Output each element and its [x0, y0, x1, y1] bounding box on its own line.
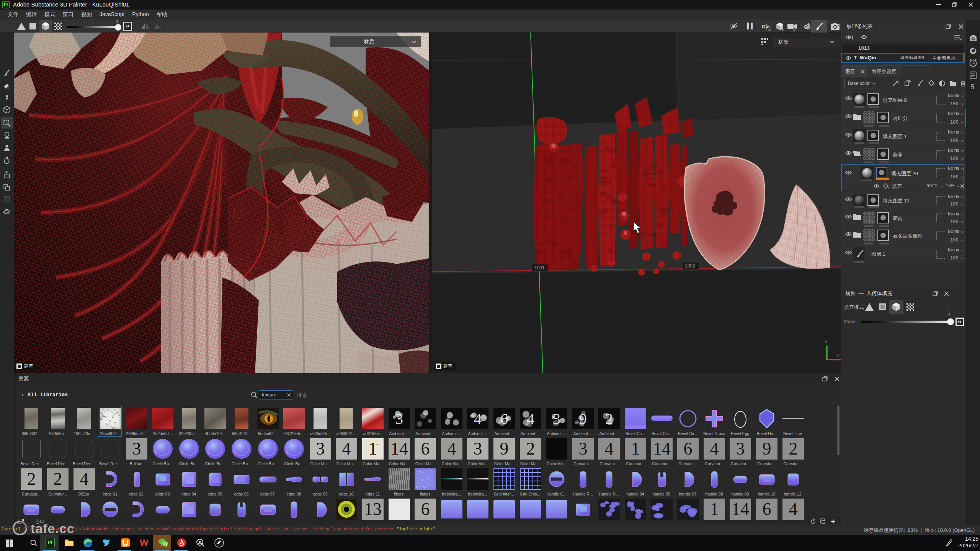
svg-text:9: 9	[579, 410, 587, 427]
svg-text:U: U	[837, 354, 840, 358]
svg-text:3: 3	[395, 410, 403, 427]
svg-text:V: V	[825, 340, 827, 344]
svg-text:3: 3	[553, 410, 560, 427]
svg-text:1: 1	[863, 36, 865, 39]
svg-text:2: 2	[605, 410, 613, 427]
svg-text:S: S	[970, 83, 975, 91]
svg-text:4: 4	[527, 410, 534, 427]
svg-text:4: 4	[474, 410, 482, 427]
svg-text:1002: 1002	[685, 263, 695, 269]
svg-text:6: 6	[500, 410, 508, 427]
svg-text:1001: 1001	[534, 265, 545, 271]
